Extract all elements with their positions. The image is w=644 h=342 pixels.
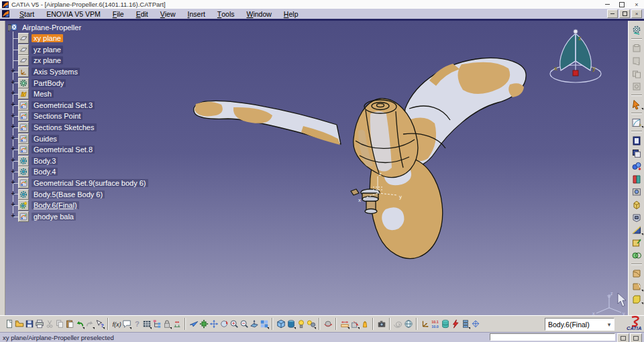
shading-mode-icon[interactable]	[286, 318, 296, 331]
tree-item-body-5-base-body-6[interactable]: +Body.5(Base Body 6)	[5, 188, 180, 200]
tree-item-yz-plane[interactable]: yz plane	[5, 44, 180, 56]
design-table-icon[interactable]	[142, 318, 152, 331]
zoom-in-icon[interactable]	[229, 318, 239, 331]
swap-visible-space-icon[interactable]	[306, 318, 316, 331]
capture-image-icon[interactable]	[376, 318, 386, 331]
expand-plus-icon[interactable]: +	[10, 113, 16, 119]
expand-plus-icon[interactable]: +	[10, 191, 16, 197]
frame-box-icon[interactable]	[630, 185, 643, 198]
expand-plus-icon[interactable]: +	[10, 180, 16, 186]
close-icon[interactable]: ×	[629, 0, 644, 9]
normal-view-icon[interactable]	[249, 318, 259, 331]
comment-icon[interactable]	[121, 318, 131, 331]
tree-item-axis-systems[interactable]: +Axis Systems	[5, 66, 180, 78]
whats-this-icon[interactable]: ?	[95, 318, 105, 331]
restore-icon[interactable]	[614, 0, 629, 9]
hide-show-icon[interactable]	[296, 318, 306, 331]
globe-tool-icon[interactable]	[403, 318, 413, 331]
select-arrow-icon[interactable]	[630, 98, 643, 111]
tree-structure-icon[interactable]	[152, 318, 162, 331]
wireframe-box-icon[interactable]	[470, 318, 480, 331]
gray-tool-1-icon[interactable]	[630, 42, 643, 54]
expand-plus-icon[interactable]: +	[10, 202, 16, 208]
turntable-icon[interactable]	[323, 318, 333, 331]
notebook-icon[interactable]	[630, 134, 643, 147]
spheres-tool-icon[interactable]	[630, 160, 643, 172]
expand-plus-icon[interactable]: +	[10, 169, 16, 175]
mdi-restore-icon[interactable]	[619, 9, 630, 18]
catalog-book-icon[interactable]	[630, 172, 643, 185]
boolean-operations-icon[interactable]	[630, 249, 643, 262]
redo-icon[interactable]	[85, 318, 95, 331]
minimize-icon[interactable]	[600, 0, 614, 9]
mdi-close-icon[interactable]: ×	[631, 9, 642, 18]
expand-plus-icon[interactable]: +	[10, 158, 16, 164]
fillet-a-icon[interactable]	[630, 267, 643, 280]
tree-item-geometrical-set-9-surface-body-6[interactable]: +Geometrical Set.9(surface body 6)	[5, 178, 180, 189]
gray-tool-3-icon[interactable]	[630, 67, 643, 80]
pan-icon[interactable]	[209, 318, 219, 331]
measure-item-icon[interactable]	[350, 318, 360, 331]
chamfer-icon[interactable]	[630, 292, 643, 305]
axis-system-icon[interactable]	[420, 318, 430, 331]
tree-root-item[interactable]: Airplane-Propeller	[5, 22, 180, 33]
rule-stack-icon[interactable]	[460, 318, 470, 331]
tree-item-body-6-final[interactable]: +Body.6(Final)	[5, 200, 180, 211]
tree-item-body-4[interactable]: +Body.4	[5, 166, 180, 178]
knowledge-flash-icon[interactable]	[450, 318, 460, 331]
tree-item-partbody[interactable]: +PartBody	[5, 77, 180, 89]
pocket-icon[interactable]	[630, 211, 643, 223]
surface-sketch-icon[interactable]	[630, 236, 643, 249]
menu-edit[interactable]: Edit	[130, 9, 154, 19]
zoom-out-icon[interactable]	[239, 318, 249, 331]
fly-mode-icon[interactable]	[189, 318, 199, 331]
tree-item-sections-sketches[interactable]: +Sections Sketches	[5, 122, 180, 133]
tree-item-geometrical-set-3[interactable]: +Geometrical Set.3	[5, 100, 180, 111]
status-help-icon[interactable]	[630, 333, 642, 342]
tree-item-sections-point[interactable]: +Sections Point	[5, 111, 180, 122]
save-icon[interactable]	[24, 318, 34, 331]
print-icon[interactable]	[34, 318, 44, 331]
expand-plus-icon[interactable]: +	[10, 146, 16, 152]
undo-icon[interactable]	[74, 318, 85, 331]
expand-plus-icon[interactable]: +	[10, 213, 16, 219]
menu-help[interactable]: Help	[278, 9, 305, 19]
new-document-icon[interactable]	[4, 318, 14, 331]
menu-window[interactable]: Window	[241, 9, 278, 19]
measure-between-icon[interactable]	[339, 318, 350, 331]
formula-fx-icon[interactable]: f(x)	[111, 318, 121, 331]
update-tool-icon[interactable]	[630, 23, 643, 36]
tree-item-mesh[interactable]: +Mesh	[5, 89, 180, 100]
menu-insert[interactable]: Insert	[182, 9, 211, 19]
menu-view[interactable]: View	[154, 9, 182, 19]
mdi-minimize-icon[interactable]	[607, 9, 618, 18]
chevron-down-icon[interactable]: ▾	[604, 321, 614, 328]
menu-enovia-v5-vpm[interactable]: ENOVIA V5 VPM	[40, 9, 107, 19]
expand-plus-icon[interactable]: +	[10, 124, 16, 130]
expand-plus-icon[interactable]: +	[10, 68, 16, 74]
catalog-icon[interactable]	[440, 318, 450, 331]
menu-start[interactable]: Start	[13, 9, 40, 19]
gray-tool-2-icon[interactable]	[630, 54, 643, 67]
tree-item-guides[interactable]: +Guides	[5, 133, 180, 144]
menu-tools[interactable]: Tools	[211, 9, 241, 19]
copy-icon[interactable]	[54, 318, 64, 331]
menu-file[interactable]: File	[107, 9, 130, 19]
tolerance-icon[interactable]: 10.110.0	[430, 318, 440, 331]
expand-plus-icon[interactable]: +	[10, 91, 16, 97]
tree-item-zx-plane[interactable]: zx plane	[5, 55, 180, 66]
equivalent-dimensions-icon[interactable]	[172, 318, 182, 331]
open-icon[interactable]	[14, 318, 24, 331]
tree-item-xy-plane[interactable]: xy plane	[5, 33, 180, 44]
command-input[interactable]	[490, 333, 615, 341]
measure-inertia-icon[interactable]	[360, 318, 370, 331]
compass[interactable]: z x y	[545, 22, 606, 89]
paste-icon[interactable]	[64, 318, 74, 331]
tree-item-ghodye-bala[interactable]: +ghodye bala	[5, 211, 180, 223]
iso-view-icon[interactable]	[276, 318, 286, 331]
knowledge-help-icon[interactable]: ?	[131, 318, 142, 331]
lock-icon[interactable]	[162, 318, 172, 331]
pad-icon[interactable]	[630, 198, 643, 211]
tree-item-body-3[interactable]: +Body.3	[5, 156, 180, 167]
fit-all-in-icon[interactable]	[199, 318, 209, 331]
